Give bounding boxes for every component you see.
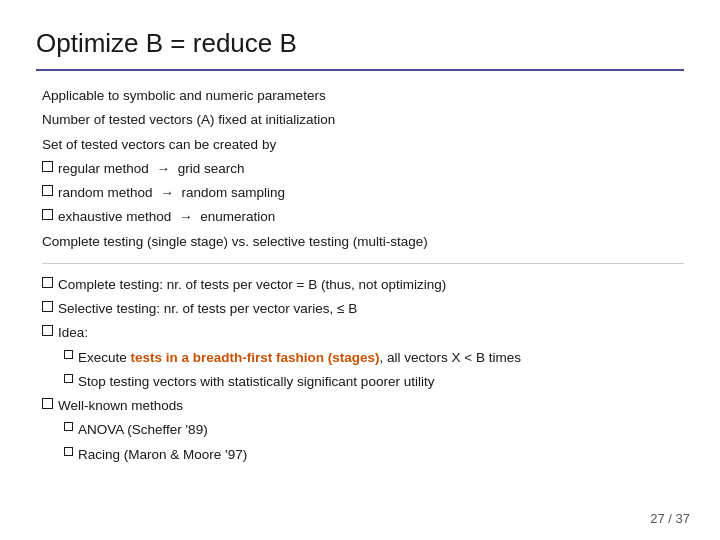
bullet-regular: regular method → grid search (42, 158, 684, 180)
section-divider (42, 263, 684, 264)
sub-bullet-text: Racing (Maron & Moore '97) (78, 444, 247, 466)
sub-execute: Execute tests in a breadth-first fashion… (64, 347, 684, 369)
bullet-text: random method → random sampling (58, 182, 285, 204)
sub-bullet-icon (64, 374, 73, 383)
bullet-icon (42, 185, 53, 196)
intro-line4: Complete testing (single stage) vs. sele… (42, 231, 684, 253)
page-number: 27 / 37 (650, 511, 690, 526)
intro-line2: Number of tested vectors (A) fixed at in… (42, 109, 684, 131)
bullet-idea: Idea: (42, 322, 684, 344)
sub-racing: Racing (Maron & Moore '97) (64, 444, 684, 466)
intro-section: Applicable to symbolic and numeric param… (42, 85, 684, 253)
sub-bullet-text: Execute tests in a breadth-first fashion… (78, 347, 521, 369)
bullet-complete: Complete testing: nr. of tests per vecto… (42, 274, 684, 296)
sub-bullet-icon (64, 447, 73, 456)
bullet-text: Idea: (58, 322, 88, 344)
bullet-icon (42, 301, 53, 312)
sub-bullet-text: ANOVA (Scheffer '89) (78, 419, 208, 441)
bullet-icon (42, 277, 53, 288)
sub-bullet-icon (64, 350, 73, 359)
sub-anova: ANOVA (Scheffer '89) (64, 419, 684, 441)
bullet-icon (42, 398, 53, 409)
bullet-text: Selective testing: nr. of tests per vect… (58, 298, 357, 320)
intro-line1: Applicable to symbolic and numeric param… (42, 85, 684, 107)
slide-content: Applicable to symbolic and numeric param… (36, 85, 684, 466)
intro-line3: Set of tested vectors can be created by (42, 134, 684, 156)
slide: Optimize B = reduce B Applicable to symb… (0, 0, 720, 540)
bullet-text: regular method → grid search (58, 158, 245, 180)
bullet-icon (42, 209, 53, 220)
bullet-text: exhaustive method → enumeration (58, 206, 275, 228)
sub-bullet-icon (64, 422, 73, 431)
testing-section: Complete testing: nr. of tests per vecto… (42, 274, 684, 466)
bullet-wellknown: Well-known methods (42, 395, 684, 417)
slide-title: Optimize B = reduce B (36, 28, 684, 71)
sub-bullet-text: Stop testing vectors with statistically … (78, 371, 434, 393)
bullet-selective: Selective testing: nr. of tests per vect… (42, 298, 684, 320)
bullet-text: Complete testing: nr. of tests per vecto… (58, 274, 446, 296)
bullet-icon (42, 161, 53, 172)
bullet-random: random method → random sampling (42, 182, 684, 204)
highlight-text: tests in a breadth-first fashion (stages… (131, 350, 380, 365)
bullet-icon (42, 325, 53, 336)
sub-stop: Stop testing vectors with statistically … (64, 371, 684, 393)
bullet-text: Well-known methods (58, 395, 183, 417)
bullet-exhaustive: exhaustive method → enumeration (42, 206, 684, 228)
